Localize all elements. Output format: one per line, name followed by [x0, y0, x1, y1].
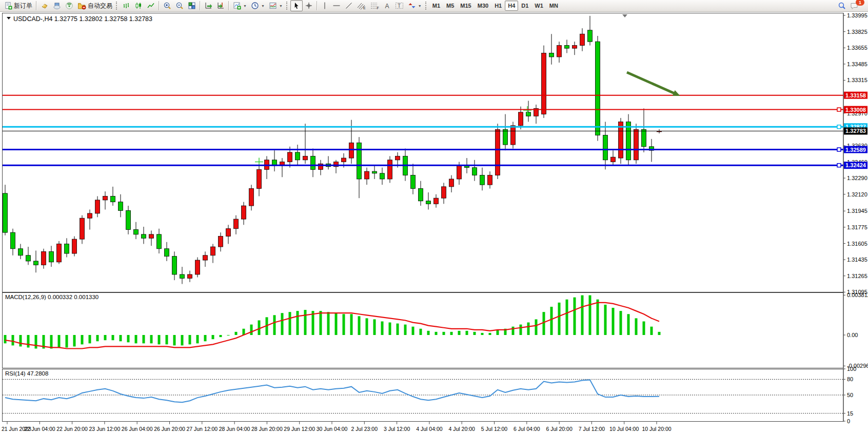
svg-text:1.33655: 1.33655	[847, 45, 867, 51]
svg-text:E: E	[363, 6, 366, 10]
new-order-icon	[4, 2, 12, 10]
toolbar-separator	[36, 1, 37, 10]
toolbar-grip[interactable]	[116, 2, 119, 10]
chart-shift-button[interactable]	[214, 0, 227, 11]
bar-chart-button[interactable]	[120, 0, 132, 11]
line-chart-button[interactable]	[145, 0, 157, 11]
macd-label: MACD(12,26,9) 0.000332 0.001330	[5, 294, 98, 300]
crosshair-icon	[305, 2, 313, 10]
rsi-label: RSI(14) 47.2808	[5, 370, 48, 377]
timeframe-button-M1[interactable]: M1	[429, 1, 443, 11]
svg-text:1.33825: 1.33825	[847, 29, 867, 35]
toolbar-grip[interactable]	[286, 2, 289, 10]
timeframe-button-M5[interactable]: M5	[443, 1, 457, 11]
horizontal-line-button[interactable]	[330, 0, 343, 11]
svg-text:10 Jul 04:00: 10 Jul 04:00	[609, 426, 639, 432]
svg-text:1.31945: 1.31945	[847, 208, 867, 214]
svg-text:1.31435: 1.31435	[847, 257, 867, 263]
signal-button[interactable]	[63, 0, 75, 11]
svg-text:6 Jul 20:00: 6 Jul 20:00	[546, 426, 573, 432]
svg-text:22 Jun 04:00: 22 Jun 04:00	[24, 426, 55, 432]
svg-text:29 Jun 12:00: 29 Jun 12:00	[284, 426, 315, 432]
search-icon	[838, 2, 846, 10]
toolbar-separator	[200, 1, 201, 10]
chevron-down-icon: ▼	[279, 4, 283, 8]
trendline-icon	[345, 2, 353, 10]
svg-text:T: T	[398, 3, 401, 9]
text-icon: A	[384, 2, 391, 10]
candlestick-chart-icon	[134, 2, 143, 10]
svg-text:28 Jun 20:00: 28 Jun 20:00	[251, 426, 283, 432]
svg-text:0.003812: 0.003812	[847, 292, 868, 298]
svg-text:1.33008: 1.33008	[845, 107, 866, 113]
chart-window[interactable]: 1.339951.338251.336551.334851.333151.331…	[0, 12, 868, 434]
svg-text:80: 80	[847, 376, 853, 382]
macd-pane[interactable]	[3, 293, 844, 368]
svg-text:2 Jul 23:00: 2 Jul 23:00	[351, 426, 378, 432]
timeframe-button-H4[interactable]: H4	[505, 1, 518, 11]
cloud-chart-icon	[53, 2, 61, 10]
text-button[interactable]: A	[382, 0, 393, 11]
search-button[interactable]	[836, 0, 848, 11]
equidistant-channel-button[interactable]: E	[355, 0, 368, 11]
template-icon	[269, 2, 277, 10]
auto-trading-icon	[77, 2, 86, 10]
chart-canvas[interactable]: 1.339951.338251.336551.334851.333151.331…	[0, 12, 868, 434]
templates-button[interactable]: ▼	[267, 0, 285, 11]
zoom-in-button[interactable]	[161, 0, 173, 11]
horizontal-line-icon	[332, 2, 341, 10]
gold-box-button[interactable]	[38, 0, 51, 11]
equidistant-channel-icon: E	[357, 2, 366, 10]
svg-text:30 Jun 04:00: 30 Jun 04:00	[317, 426, 348, 432]
gold-box-icon	[41, 2, 49, 10]
fibonacci-button[interactable]: F	[368, 0, 382, 11]
svg-text:15: 15	[847, 410, 853, 417]
new-order-button[interactable]: 新订单	[2, 0, 34, 11]
timeframe-button-D1[interactable]: D1	[518, 1, 531, 11]
zoom-out-icon	[175, 2, 184, 10]
autoscroll-button[interactable]	[202, 0, 214, 11]
timeframe-button-MN[interactable]: MN	[546, 1, 561, 11]
periods-button[interactable]: ▼	[249, 0, 267, 11]
text-label-button[interactable]: T	[393, 0, 406, 11]
svg-text:4 Jul 20:00: 4 Jul 20:00	[449, 426, 476, 432]
timeframe-button-M30[interactable]: M30	[475, 1, 491, 11]
cursor-button[interactable]	[290, 0, 303, 11]
crosshair-button[interactable]	[303, 0, 315, 11]
new-order-label: 新订单	[14, 2, 32, 10]
toolbar-separator	[159, 1, 160, 10]
timeframe-button-W1[interactable]: W1	[531, 1, 546, 11]
arrows-icon	[408, 2, 416, 10]
svg-text:F: F	[377, 6, 379, 10]
chat-button[interactable]: 1	[848, 0, 861, 11]
main-chart-pane[interactable]	[3, 13, 844, 292]
svg-text:1.32120: 1.32120	[847, 191, 867, 198]
svg-text:3 Jul 12:00: 3 Jul 12:00	[384, 426, 410, 432]
timeframe-button-M15[interactable]: M15	[457, 1, 474, 11]
indicators-button[interactable]: ▼	[231, 0, 249, 11]
line-chart-icon	[147, 2, 155, 10]
svg-text:26 Jun 04:00: 26 Jun 04:00	[122, 426, 153, 432]
svg-text:6 Jul 04:00: 6 Jul 04:00	[514, 426, 540, 432]
svg-text:0: 0	[847, 418, 850, 424]
zoom-out-button[interactable]	[173, 0, 186, 11]
zoom-in-icon	[163, 2, 171, 10]
svg-text:1.33995: 1.33995	[847, 12, 867, 18]
arrows-button[interactable]: ▼	[406, 0, 424, 11]
candlestick-chart-button[interactable]	[132, 0, 145, 11]
timeframe-button-H1[interactable]: H1	[491, 1, 505, 11]
auto-trading-button[interactable]: 自动交易	[75, 0, 114, 11]
svg-text:100: 100	[847, 366, 856, 372]
svg-text:A: A	[385, 3, 389, 10]
tile-windows-button[interactable]	[186, 0, 198, 11]
svg-text:23 Jun 12:00: 23 Jun 12:00	[89, 426, 121, 432]
svg-text:1.31605: 1.31605	[847, 241, 867, 247]
toolbar-grip[interactable]	[425, 2, 428, 10]
chart-shift-icon	[216, 2, 225, 10]
svg-text:7 Jul 12:00: 7 Jul 12:00	[579, 426, 605, 432]
chat-unread-badge: 1	[856, 0, 864, 6]
bar-chart-icon	[122, 2, 130, 10]
trendline-button[interactable]	[343, 0, 355, 11]
cloud-chart-button[interactable]	[51, 0, 63, 11]
vertical-line-button[interactable]	[319, 0, 330, 11]
